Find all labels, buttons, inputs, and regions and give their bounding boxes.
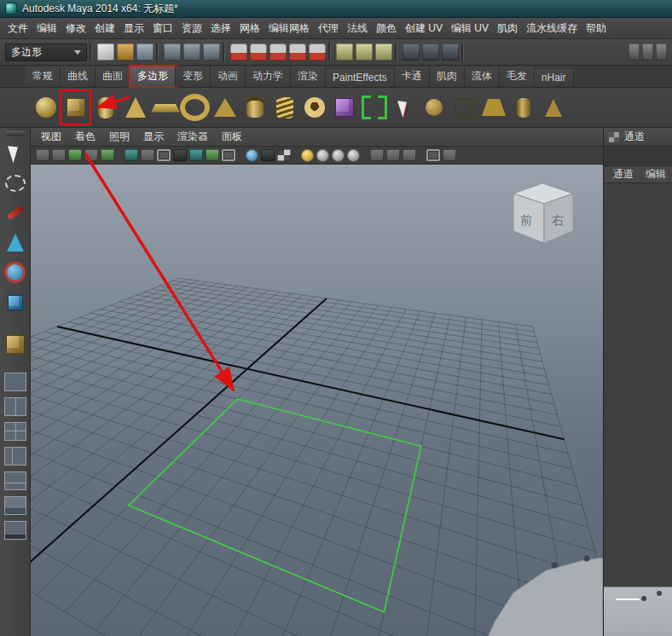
platonic-solid-button[interactable]	[329, 90, 359, 124]
separator[interactable]	[328, 43, 333, 61]
ssao-icon[interactable]	[332, 149, 345, 162]
safe-action-icon[interactable]	[206, 149, 219, 161]
spacer[interactable]	[469, 43, 626, 61]
toolbox-handle[interactable]	[6, 131, 25, 136]
channel-box-toggle-icon[interactable]	[656, 43, 667, 61]
menu-edit-uv[interactable]: 编辑 UV	[447, 18, 493, 38]
type-tool-button[interactable]	[359, 90, 389, 124]
combine-button[interactable]	[449, 90, 478, 124]
shelf-tab-fur[interactable]: 毛发	[500, 66, 535, 87]
menu-create-uv[interactable]: 创建 UV	[401, 18, 447, 38]
sculpt-tool-button[interactable]	[419, 90, 449, 124]
shelf-tab-toon[interactable]: 卡通	[395, 66, 430, 87]
output-connections-icon[interactable]	[356, 43, 373, 61]
panel-menu-lighting[interactable]: 照明	[102, 128, 136, 146]
panel-menu-panels[interactable]: 面板	[215, 128, 249, 146]
motion-blur-icon[interactable]	[347, 149, 360, 162]
poly-cube-button[interactable]	[61, 90, 90, 124]
grease-pencil-icon[interactable]	[101, 149, 114, 161]
layout-persp-graph-button[interactable]	[4, 471, 26, 490]
new-scene-icon[interactable]	[97, 43, 114, 61]
bevel-button[interactable]	[508, 90, 538, 124]
snap-curve-icon[interactable]	[250, 43, 267, 61]
poly-cone-button[interactable]	[120, 90, 150, 124]
layout-hypershade-button[interactable]	[4, 496, 26, 515]
menu-pipeline-cache[interactable]: 流水线缓存	[522, 18, 582, 38]
shelf-tab-rendering[interactable]: 渲染	[291, 66, 326, 87]
menu-color[interactable]: 颜色	[372, 18, 401, 38]
select-component-icon[interactable]	[203, 43, 220, 61]
channelbox-menu-channels[interactable]: 通道	[609, 167, 638, 182]
default-light-icon[interactable]	[370, 149, 384, 161]
open-scene-icon[interactable]	[117, 43, 134, 61]
shelf-tab-general[interactable]: 常规	[26, 66, 61, 87]
extrude-button[interactable]	[478, 90, 508, 124]
menu-modify[interactable]: 修改	[61, 18, 90, 38]
construction-history-icon[interactable]	[375, 43, 392, 61]
channel-box-body[interactable]	[604, 183, 672, 587]
use-all-lights-icon[interactable]	[301, 149, 314, 162]
poly-sphere-button[interactable]	[31, 90, 61, 124]
save-scene-icon[interactable]	[136, 43, 154, 61]
render-settings-icon[interactable]	[442, 43, 459, 61]
layout-four-pane-button[interactable]	[4, 422, 26, 441]
shelf-tab-muscle[interactable]: 肌肉	[430, 66, 465, 87]
shelf-tab-surfaces[interactable]: 曲面	[96, 66, 130, 87]
layout-animation-button[interactable]	[4, 521, 26, 540]
bookmark-icon[interactable]	[52, 149, 66, 161]
separator[interactable]	[223, 43, 228, 61]
select-hierarchy-icon[interactable]	[164, 43, 181, 61]
layout-two-pane-button[interactable]	[4, 397, 26, 416]
menu-help[interactable]: 帮助	[582, 18, 611, 38]
plugin-shapes-icon[interactable]	[426, 149, 440, 161]
layout-persp-outliner-button[interactable]	[4, 447, 26, 465]
camera-icon[interactable]	[36, 149, 49, 161]
menu-window[interactable]: 窗口	[148, 18, 177, 38]
poly-cylinder-button[interactable]	[90, 90, 120, 124]
select-cursor-button[interactable]	[389, 90, 419, 124]
menu-display[interactable]: 显示	[119, 18, 148, 38]
separator[interactable]	[461, 43, 466, 61]
shadows-icon[interactable]	[316, 149, 329, 162]
lasso-tool-button[interactable]	[1, 168, 30, 198]
separator[interactable]	[395, 43, 400, 61]
last-tool-poly-cube-button[interactable]	[1, 329, 30, 359]
shelf-tab-nhair[interactable]: nHair	[535, 69, 574, 87]
poly-soccer-ball-button[interactable]	[299, 90, 329, 124]
menu-select[interactable]: 选择	[206, 18, 235, 38]
layout-single-pane-button[interactable]	[4, 373, 26, 391]
shelf-tab-painteffects[interactable]: PaintEffects	[326, 69, 395, 87]
ipr-render-icon[interactable]	[422, 43, 439, 61]
textured-mode-icon[interactable]	[277, 149, 291, 161]
panel-menu-view[interactable]: 视图	[34, 128, 68, 146]
shelf-tab-dynamics[interactable]: 动力学	[246, 66, 291, 87]
attribute-editor-toggle-icon[interactable]	[629, 43, 640, 61]
resolution-gate-icon[interactable]	[157, 149, 171, 161]
menu-mesh[interactable]: 网格	[235, 18, 264, 38]
view-cube[interactable]: 前 右	[513, 183, 573, 243]
ground-object[interactable]	[488, 556, 603, 636]
shelf-tab-deformation[interactable]: 变形	[176, 66, 211, 87]
poly-helix-button[interactable]	[269, 90, 299, 124]
grid-toggle-icon[interactable]	[125, 149, 138, 161]
menu-muscle[interactable]: 肌肉	[493, 18, 522, 38]
menu-normals[interactable]: 法线	[343, 18, 372, 38]
isolate-select-icon[interactable]	[403, 149, 416, 161]
xray-icon[interactable]	[386, 149, 400, 161]
menu-file[interactable]: 文件	[3, 18, 32, 38]
paint-selection-tool-button[interactable]	[1, 198, 30, 228]
panel-menu-shading[interactable]: 着色	[68, 128, 102, 146]
title-bar[interactable]: Autodesk Maya 2014 x64: 无标题*	[0, 0, 672, 18]
share-view-icon[interactable]	[443, 149, 456, 161]
menu-edit[interactable]: 编辑	[32, 18, 61, 38]
make-live-icon[interactable]	[309, 43, 326, 61]
rotate-tool-button[interactable]	[1, 257, 30, 287]
panel-menu-renderer[interactable]: 渲染器	[171, 128, 215, 146]
render-current-frame-icon[interactable]	[403, 43, 420, 61]
snap-view-plane-icon[interactable]	[289, 43, 306, 61]
wireframe-mode-icon[interactable]	[246, 149, 258, 162]
select-tool-button[interactable]	[1, 138, 30, 168]
separator[interactable]	[90, 43, 95, 61]
select-object-icon[interactable]	[183, 43, 200, 61]
poly-plane-button[interactable]	[150, 90, 180, 124]
